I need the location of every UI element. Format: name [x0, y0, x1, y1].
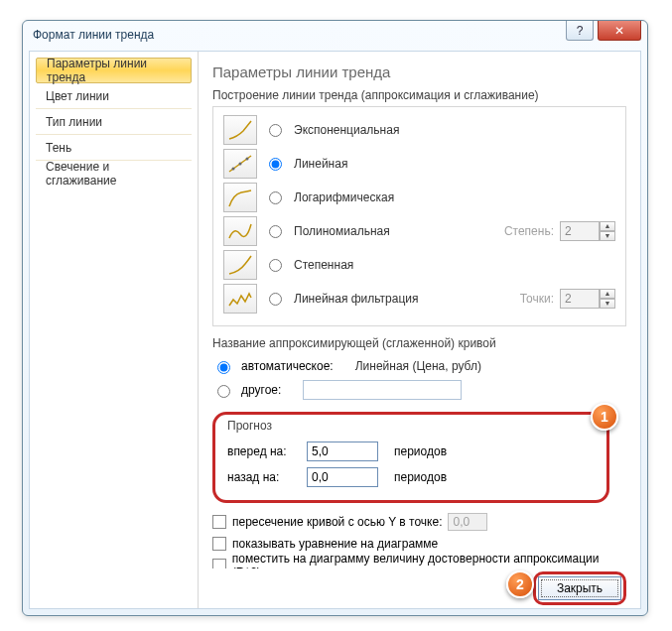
- callout-badge-2: 2: [506, 570, 534, 598]
- callout-badge-1: 1: [591, 403, 618, 431]
- type-label: Линейная фильтрация: [294, 292, 419, 306]
- checkbox-intercept[interactable]: [212, 515, 226, 529]
- radio-moving-average[interactable]: [269, 293, 282, 306]
- panel-heading: Параметры линии тренда: [212, 63, 626, 80]
- points-input: [560, 289, 600, 309]
- window-close-button[interactable]: ✕: [598, 21, 641, 41]
- poly-curve-icon: [223, 216, 257, 246]
- forward-input[interactable]: [307, 442, 378, 461]
- degree-input: [560, 221, 600, 241]
- back-label: назад на:: [227, 470, 297, 484]
- points-group: Точки: ▲▼: [520, 289, 615, 309]
- points-label: Точки:: [520, 292, 554, 306]
- moving-avg-icon: [223, 284, 257, 314]
- dialog-format-trendline: Формат линии тренда ? ✕ Параметры линии …: [22, 20, 648, 616]
- help-button[interactable]: ?: [566, 21, 594, 41]
- sidebar-item-trendline-options[interactable]: Параметры линии тренда: [36, 58, 192, 83]
- sidebar-item-shadow[interactable]: Тень: [36, 135, 192, 161]
- radio-linear[interactable]: [269, 158, 282, 171]
- radio-power[interactable]: [269, 259, 282, 272]
- degree-label: Степень:: [504, 224, 554, 238]
- type-label: Полиномиальная: [294, 224, 390, 238]
- titlebar: Формат линии тренда ? ✕: [23, 21, 647, 49]
- spin-up-icon: ▲: [600, 221, 615, 231]
- name-group-title: Название аппроксимирующей (сглаженной) к…: [212, 336, 626, 350]
- spin-up-icon: ▲: [600, 289, 615, 299]
- show-r2-label: поместить на диаграмму величину достовер…: [232, 552, 626, 568]
- type-label: Логарифмическая: [294, 190, 394, 204]
- exponential-curve-icon: [223, 115, 257, 145]
- type-row-exponential: Экспоненциальная: [223, 113, 615, 147]
- options-checks: пересечение кривой с осью Y в точке: пок…: [212, 511, 626, 568]
- type-row-logarithmic: Логарифмическая: [223, 181, 615, 214]
- radio-logarithmic[interactable]: [269, 191, 282, 204]
- forecast-group: 1 Прогноз вперед на: периодов назад на: …: [212, 412, 609, 503]
- sidebar-item-line-color[interactable]: Цвет линии: [36, 83, 192, 109]
- type-row-linear: Линейная: [223, 147, 615, 181]
- radio-polynomial[interactable]: [269, 225, 282, 238]
- forecast-title: Прогноз: [227, 419, 595, 433]
- back-input[interactable]: [307, 467, 378, 487]
- dialog-footer: 2 Закрыть: [199, 568, 640, 608]
- type-row-power: Степенная: [223, 248, 615, 282]
- type-row-moving-average: Линейная фильтрация Точки: ▲▼: [223, 282, 615, 316]
- radio-exponential[interactable]: [269, 124, 282, 137]
- show-eq-label: показывать уравнение на диаграмме: [232, 537, 438, 551]
- name-group: Название аппроксимирующей (сглаженной) к…: [212, 336, 626, 402]
- sidebar-item-label: Тип линии: [46, 115, 102, 129]
- checkbox-show-equation[interactable]: [212, 537, 226, 551]
- back-unit: периодов: [394, 470, 447, 484]
- window-title: Формат линии тренда: [33, 28, 154, 42]
- close-button[interactable]: Закрыть: [538, 576, 621, 600]
- radio-name-auto[interactable]: [217, 361, 230, 374]
- type-label: Степенная: [294, 258, 353, 272]
- name-other-label: другое:: [241, 383, 281, 397]
- spin-down-icon: ▼: [600, 299, 615, 309]
- trend-type-group: Экспоненциальная Линейная Логарифмическа…: [212, 106, 626, 326]
- sidebar-item-label: Тень: [46, 141, 71, 155]
- name-other-input[interactable]: [303, 380, 462, 400]
- power-curve-icon: [223, 250, 257, 280]
- content-panel: Параметры линии тренда Построение линии …: [199, 52, 640, 568]
- sidebar-item-label: Параметры линии тренда: [47, 57, 181, 84]
- degree-spinner: ▲▼: [560, 221, 615, 241]
- name-auto-value: Линейная (Цена, рубл): [355, 359, 481, 373]
- log-curve-icon: [223, 183, 257, 212]
- build-section-title: Построение линии тренда (аппроксимация и…: [212, 88, 626, 102]
- spin-down-icon: ▼: [600, 231, 615, 241]
- poly-degree-group: Степень: ▲▼: [504, 221, 615, 241]
- sidebar: Параметры линии тренда Цвет линии Тип ли…: [30, 52, 199, 608]
- radio-name-other[interactable]: [217, 385, 230, 398]
- type-row-polynomial: Полиномиальная Степень: ▲▼: [223, 214, 615, 248]
- sidebar-item-line-type[interactable]: Тип линии: [36, 109, 192, 135]
- intercept-label: пересечение кривой с осью Y в точке:: [232, 515, 442, 529]
- points-spinner: ▲▼: [560, 289, 615, 309]
- sidebar-item-label: Цвет линии: [46, 89, 109, 103]
- forward-label: вперед на:: [227, 444, 297, 458]
- svg-point-1: [232, 168, 235, 171]
- type-label: Линейная: [294, 157, 347, 171]
- svg-point-2: [239, 163, 242, 166]
- close-highlight: 2 Закрыть: [533, 571, 626, 605]
- dialog-body: Параметры линии тренда Цвет линии Тип ли…: [29, 51, 641, 609]
- sidebar-item-label: Свечение и сглаживание: [46, 160, 182, 188]
- forward-unit: периодов: [394, 444, 447, 458]
- svg-point-3: [246, 158, 249, 161]
- type-label: Экспоненциальная: [294, 123, 399, 137]
- name-auto-label: автоматическое:: [241, 359, 334, 373]
- checkbox-show-r2[interactable]: [212, 559, 226, 568]
- sidebar-item-glow[interactable]: Свечение и сглаживание: [36, 161, 192, 187]
- window-buttons: ? ✕: [566, 21, 647, 49]
- linear-curve-icon: [223, 149, 257, 179]
- intercept-value: [448, 513, 487, 531]
